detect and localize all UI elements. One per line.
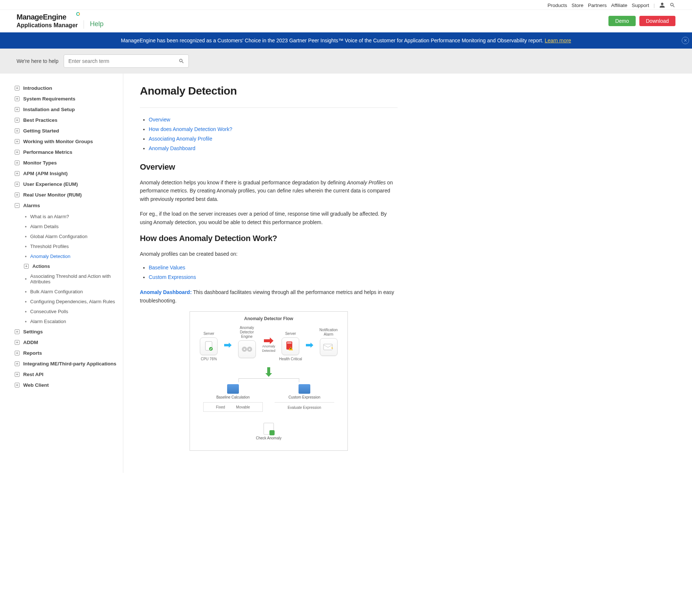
overview-p1: Anomaly detection helps you know if ther… xyxy=(140,178,398,203)
product-name: Applications Manager xyxy=(17,22,78,29)
plus-icon: + xyxy=(15,160,20,165)
announcement-banner: ManageEngine has been recognized as a Cu… xyxy=(0,32,692,49)
overview-heading: Overview xyxy=(140,162,398,172)
plus-icon: + xyxy=(15,351,20,355)
sidebar: +Introduction +System Requirements +Inst… xyxy=(0,74,123,473)
tree-item[interactable]: +ADDM xyxy=(15,337,117,348)
nav-products[interactable]: Products xyxy=(548,3,567,8)
tree-item[interactable]: +Monitor Types xyxy=(15,157,117,168)
arrow-anomaly-detected: Anomaly Detected xyxy=(262,337,275,353)
tree-item[interactable]: +Installation and Setup xyxy=(15,104,117,115)
tree-item[interactable]: +Real User Monitor (RUM) xyxy=(15,190,117,200)
banner-learn-more-link[interactable]: Learn more xyxy=(545,38,571,43)
plus-icon: + xyxy=(15,150,20,155)
how-p1: Anomaly profiles can be created based on… xyxy=(140,250,398,258)
how-heading: How does Anomaly Detection Work? xyxy=(140,234,398,243)
plus-icon: + xyxy=(15,329,20,334)
flow-row-1: Server CPU 76% Anomaly Detector Engine A… xyxy=(197,326,340,364)
tree-item[interactable]: +Rest API xyxy=(15,369,117,380)
file-search-icon xyxy=(264,423,274,435)
content: Anomaly Detection Overview How does Anom… xyxy=(123,74,414,473)
plus-icon: + xyxy=(15,118,20,123)
tree-item[interactable]: +Getting Started xyxy=(15,125,117,136)
plus-icon: + xyxy=(15,372,20,377)
toc: Overview How does Anomaly Detection Work… xyxy=(140,117,398,151)
sub-item[interactable]: Consecutive Polls xyxy=(25,307,117,316)
node-server-2: Server Health Critical xyxy=(279,329,302,361)
sub-item[interactable]: Global Alarm Configuration xyxy=(25,231,117,241)
header: ManageEngine Applications Manager Help D… xyxy=(0,10,692,32)
plus-icon: + xyxy=(15,192,20,197)
branch-baseline: Baseline Calculation Fixed Movable xyxy=(203,384,263,412)
sub-item[interactable]: What is an Alarm? xyxy=(25,212,117,222)
branch-custom: Custom Expression Evaluate Expression xyxy=(275,384,335,412)
help-label: Help xyxy=(84,20,103,29)
top-nav: Products Store Partners Affiliate Suppor… xyxy=(0,0,692,10)
how-p2: Anomaly Dashboard: This dashboard facili… xyxy=(140,288,398,305)
baseline-link[interactable]: Baseline Values xyxy=(149,265,185,270)
node-server-1: Server CPU 76% xyxy=(197,329,220,361)
toc-link[interactable]: Overview xyxy=(149,117,170,123)
tree-item[interactable]: +System Requirements xyxy=(15,93,117,104)
main-container: +Introduction +System Requirements +Inst… xyxy=(0,74,692,473)
banner-text: ManageEngine has been recognized as a Cu… xyxy=(121,38,545,43)
logo-block[interactable]: ManageEngine Applications Manager xyxy=(17,13,78,29)
svg-rect-7 xyxy=(287,342,292,344)
search-input[interactable] xyxy=(64,54,189,68)
tree-item[interactable]: +User Experience (EUM) xyxy=(15,179,117,190)
tree-item[interactable]: +APM (APM Insight) xyxy=(15,168,117,179)
search-icon[interactable] xyxy=(670,2,675,8)
sub-item[interactable]: Alarm Details xyxy=(25,222,117,231)
tree-item-alarms[interactable]: −Alarms xyxy=(15,200,117,211)
nav-divider: | xyxy=(653,3,655,8)
svg-point-4 xyxy=(244,348,245,350)
sub-item[interactable]: Associating Threshold and Action with At… xyxy=(25,271,117,287)
tree-item[interactable]: +Integrating ME/Third-party Applications xyxy=(15,358,117,369)
download-button[interactable]: Download xyxy=(639,16,675,26)
diagram-title: Anomaly Detector Flow xyxy=(197,316,340,321)
toc-link[interactable]: Anomaly Dashboard xyxy=(149,145,195,151)
anomaly-dashboard-link[interactable]: Anomaly Dashboard: xyxy=(140,289,192,295)
sub-item-anomaly-detection[interactable]: Anomaly Detection xyxy=(25,251,117,261)
plus-icon: + xyxy=(24,264,29,269)
toc-link[interactable]: Associating Anomaly Profile xyxy=(149,136,212,142)
plus-icon: + xyxy=(15,171,20,176)
sub-item[interactable]: Alarm Escalation xyxy=(25,316,117,326)
tree-item[interactable]: +Settings xyxy=(15,326,117,337)
flow-diagram: Anomaly Detector Flow Server CPU 76% Ano… xyxy=(190,311,348,451)
plus-icon: + xyxy=(15,340,20,345)
svg-point-5 xyxy=(249,348,250,350)
nav-store[interactable]: Store xyxy=(572,3,583,8)
how-bullets: Baseline Values Custom Expressions xyxy=(140,265,398,280)
plus-icon: + xyxy=(15,139,20,144)
tree-item[interactable]: +Introduction xyxy=(15,83,117,93)
nav-support[interactable]: Support xyxy=(632,3,649,8)
tree-item[interactable]: +Web Client xyxy=(15,380,117,390)
overview-p2: For eg., if the load on the server incre… xyxy=(140,210,398,226)
close-icon[interactable]: ✕ xyxy=(682,37,689,44)
tree-item[interactable]: +Best Practices xyxy=(15,115,117,125)
plus-icon: + xyxy=(15,128,20,133)
nav-affiliate[interactable]: Affiliate xyxy=(611,3,627,8)
toc-link[interactable]: How does Anomaly Detection Work? xyxy=(149,126,232,132)
calc-icon xyxy=(227,384,239,394)
manageengine-logo: ManageEngine xyxy=(17,13,78,21)
title-divider xyxy=(140,107,398,108)
user-icon[interactable] xyxy=(659,2,665,8)
header-left: ManageEngine Applications Manager Help xyxy=(17,13,103,29)
demo-button[interactable]: Demo xyxy=(608,16,635,26)
nav-partners[interactable]: Partners xyxy=(588,3,607,8)
search-submit-icon[interactable] xyxy=(179,58,184,64)
tree-item[interactable]: +Reports xyxy=(15,348,117,358)
tree-item[interactable]: +Working with Monitor Groups xyxy=(15,136,117,147)
sub-item[interactable]: Configuring Dependencies, Alarm Rules xyxy=(25,297,117,307)
plus-icon: + xyxy=(15,182,20,187)
sub-item[interactable]: Threshold Profiles xyxy=(25,241,117,251)
custom-expr-link[interactable]: Custom Expressions xyxy=(149,274,196,280)
sub-item-actions[interactable]: +Actions xyxy=(25,261,117,271)
tree-item[interactable]: +Performance Metrics xyxy=(15,147,117,157)
arrow-icon xyxy=(224,342,232,348)
plus-icon: + xyxy=(15,86,20,91)
sub-item[interactable]: Bulk Alarm Configuration xyxy=(25,287,117,297)
connector xyxy=(239,378,299,382)
